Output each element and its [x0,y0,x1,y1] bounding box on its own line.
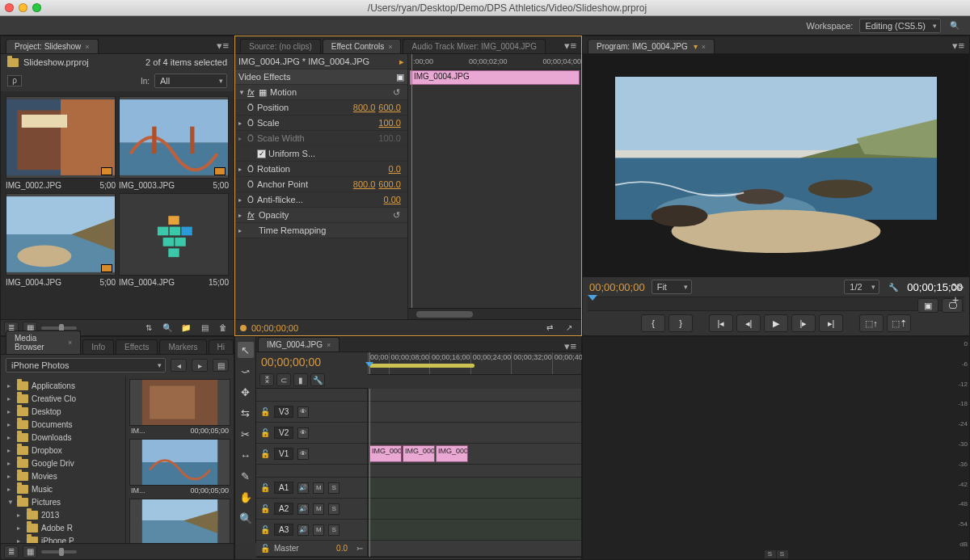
lock-icon[interactable]: 🔓 [260,504,270,513]
source-dropdown[interactable]: iPhone Photos [6,358,166,373]
close-window-icon[interactable] [5,3,14,12]
new-bin-button[interactable]: 📁 [179,322,193,335]
time-remapping-effect[interactable]: ▸Time Remapping [235,223,407,238]
marker-button[interactable]: ▮ [293,373,308,386]
eye-toggle[interactable]: 👁 [297,448,309,460]
tab-effects[interactable]: Effects [116,339,158,354]
refresh-button[interactable]: ▤ [213,359,229,372]
tab-program[interactable]: Program: IMG_0004.JPG▾× [588,39,715,53]
solo-r-button[interactable]: S [777,550,788,558]
effect-timeline[interactable]: :00;0000;00;02;0000;00;04;00 IMG_0004.JP… [408,54,581,319]
tab-source[interactable]: Source: (no clips) [240,39,321,53]
list-item[interactable] [129,379,230,426]
speaker-toggle[interactable]: 🔊 [297,524,309,536]
filter-input[interactable]: ρ [7,75,22,86]
bin-item[interactable]: IMG_0003.JPG5;00 [119,96,229,190]
extract-button[interactable]: ⬚⇡ [887,314,911,332]
flicker-value[interactable]: 0.00 [383,195,400,204]
position-x-value[interactable]: 800.0 [353,103,376,112]
tab-project[interactable]: Project: Slideshow× [6,39,99,53]
tab-audio-mixer[interactable]: Audio Track Mixer: IMG_0004.JPG [403,39,546,53]
folder-tree[interactable]: ▸Applications ▸Creative Clo ▸Desktop ▸Do… [1,376,126,543]
eye-toggle[interactable]: 👁 [297,406,309,418]
tab-markers[interactable]: Markers [159,339,206,354]
settings-button[interactable]: 🔧 [310,373,325,386]
solo-button[interactable]: S [328,482,340,494]
close-icon[interactable]: × [388,43,392,51]
snap-button[interactable]: ⁑ [259,373,274,386]
bin-item[interactable]: IMG_0002.JPG5;00 [6,96,116,190]
mark-out-button[interactable]: } [668,314,693,332]
back-button[interactable]: ◂ [171,359,187,372]
timeline-tracks[interactable]: 🔓V3👁 🔓V2👁 🔓V1👁 IMG_000 IMG_000 IMG_000 🔓… [256,389,581,557]
uniform-scale-checkbox[interactable]: ✓ [257,149,266,158]
list-item[interactable] [129,499,230,543]
mute-button[interactable]: M [313,503,324,515]
playhead-icon[interactable] [369,352,370,374]
ripple-icon[interactable]: ⇄ [542,322,557,335]
keyframe-toggle[interactable]: Ö [247,165,257,174]
bin-item[interactable]: IMG_0004.JPG5;00 [6,193,116,287]
sort-button[interactable]: ⇅ [141,322,156,335]
panel-menu-icon[interactable]: ▾≡ [952,40,964,52]
hand-tool[interactable]: ✋ [238,489,254,505]
rotation-value[interactable]: 0.0 [389,164,401,174]
track-select-tool[interactable]: ⤻ [238,363,254,379]
workspace-dropdown[interactable]: Editing (CS5.5) [859,19,941,33]
slip-tool[interactable]: ↔ [238,447,254,463]
mute-button[interactable]: M [313,482,324,494]
bin-item[interactable]: IMG_0004.JPG15;00 [119,193,229,287]
zoom-slider[interactable] [41,550,77,554]
solo-l-button[interactable]: S [765,550,776,558]
go-to-in-button[interactable]: |◂ [709,314,733,332]
go-to-out-button[interactable]: ▸| [819,314,843,332]
tab-info[interactable]: Info [82,339,114,354]
resolution-dropdown[interactable]: 1/2 [844,280,879,294]
settings-icon[interactable]: 🔧 [886,280,900,293]
safe-margins-button[interactable]: ▣ [917,298,938,313]
solo-button[interactable]: S [328,524,340,536]
anchor-y-value[interactable]: 600.0 [378,179,401,189]
keyframe-toggle[interactable]: Ö [247,180,257,189]
linked-button[interactable]: ⊂ [276,373,291,386]
scale-value[interactable]: 100.0 [378,118,401,128]
selection-tool[interactable]: ↖ [238,342,254,358]
timeline-clip[interactable]: IMG_000 [403,445,435,462]
reset-icon[interactable]: ↺ [393,87,404,98]
list-item[interactable] [129,439,230,486]
lock-icon[interactable]: 🔓 [260,525,270,534]
reset-icon[interactable]: ↺ [393,210,404,221]
mark-in-button[interactable]: { [641,314,665,332]
panel-menu-icon[interactable]: ▾≡ [564,340,576,352]
lock-icon[interactable]: 🔓 [260,407,270,416]
thumb-view-button[interactable]: ▦ [23,545,37,558]
ripple-tool[interactable]: ✥ [238,384,254,400]
zoom-slider[interactable] [41,326,77,330]
lock-icon[interactable]: 🔓 [260,483,270,492]
tab-history[interactable]: Hi [209,339,234,354]
timeline-timecode[interactable]: 00;00;00;00 [256,352,368,372]
panel-menu-icon[interactable]: ▾≡ [217,40,229,52]
speaker-toggle[interactable]: 🔊 [297,482,309,494]
scrollbar-horizontal[interactable] [256,557,581,558]
find-button[interactable]: 🔍 [160,322,175,335]
playhead-icon[interactable] [411,54,412,319]
tab-effect-controls[interactable]: Effect Controls× [323,39,402,53]
anchor-x-value[interactable]: 800.0 [353,179,376,189]
forward-button[interactable]: ▸ [192,359,208,372]
delete-button[interactable]: 🗑 [216,322,230,335]
program-viewport[interactable] [583,54,969,277]
zoom-dropdown[interactable]: Fit [652,280,692,294]
tab-media-browser[interactable]: Media Browser× [6,331,81,354]
opacity-effect[interactable]: ▸fxOpacity↺ [235,208,407,223]
tab-sequence[interactable]: IMG_0004.JPG× [258,337,340,352]
wrench-icon[interactable]: ↗ [562,322,576,335]
add-button-icon[interactable]: ≫+ [952,280,964,306]
lock-icon[interactable]: 🔓 [260,449,270,458]
panel-menu-icon[interactable]: ▾≡ [564,40,576,52]
timeline-clip[interactable]: IMG_000 [436,445,468,462]
motion-effect[interactable]: ▼fx▦Motion↺ [235,85,407,100]
program-scrubber[interactable] [588,297,964,311]
effect-timecode[interactable]: 00;00;00;00 [251,323,298,333]
speaker-toggle[interactable]: 🔊 [297,503,309,515]
